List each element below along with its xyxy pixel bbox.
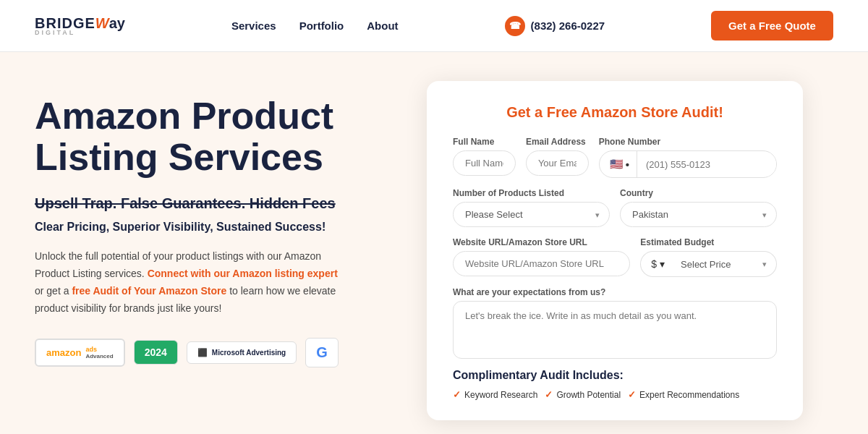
audit-item-2: ✓ Expert Recommendations	[628, 389, 739, 400]
hero-tagline: Clear Pricing, Superior Visibility, Sust…	[35, 221, 341, 234]
hero-section: Amazon Product Listing Services Upsell T…	[0, 52, 868, 434]
form-group-country: Country Pakistan United States United Ki…	[620, 188, 777, 227]
audit-item-1: ✓ Growth Potential	[545, 389, 621, 400]
fullname-label: Full Name	[453, 137, 516, 147]
phone-input-wrap: 🇺🇸 •	[599, 150, 777, 178]
logo: BRIDGE Way DIGITAL	[35, 15, 125, 36]
badge-google: G	[305, 338, 339, 367]
check-icon-0: ✓	[453, 389, 461, 400]
badge-2024: 2024	[134, 340, 178, 365]
products-select-wrap: Please Select 1-10 11-50 51-200 200+ ▾	[453, 202, 610, 227]
badge-amazon-sub: Advanced	[85, 353, 113, 359]
badge-amazon-ads: amazon ads Advanced	[35, 339, 125, 367]
badge-amazon-label: ads	[85, 346, 113, 353]
phone-label: Phone Number	[599, 137, 777, 147]
form-row-1: Full Name Email Address Phone Number 🇺🇸 …	[453, 137, 777, 178]
form-row-2: Number of Products Listed Please Select …	[453, 188, 777, 227]
phone-flag: 🇺🇸 •	[600, 151, 637, 177]
audit-label-1: Growth Potential	[556, 390, 621, 400]
form-group-fullname: Full Name	[453, 137, 516, 178]
products-select[interactable]: Please Select 1-10 11-50 51-200 200+	[453, 202, 610, 227]
country-select-wrap: Pakistan United States United Kingdom In…	[620, 202, 777, 227]
badge-amazon-logo: amazon	[46, 347, 81, 358]
nav-services[interactable]: Services	[231, 20, 276, 32]
badge-ms-label: Microsoft Advertising	[212, 349, 286, 357]
form-group-products: Number of Products Listed Please Select …	[453, 188, 610, 227]
budget-prefix: $ ▾	[640, 251, 672, 277]
badge-microsoft: ⬛ Microsoft Advertising	[187, 341, 297, 364]
badge-ms-icon: ⬛	[197, 348, 208, 357]
navbar: BRIDGE Way DIGITAL Services Portfolio Ab…	[0, 0, 868, 52]
nav-phone-number: (832) 266-0227	[531, 20, 605, 32]
check-icon-2: ✓	[628, 389, 636, 400]
audit-item-0: ✓ Keyword Research	[453, 389, 537, 400]
textarea-group: What are your expectations from us?	[453, 287, 777, 359]
nav-links: Services Portfolio About	[231, 20, 399, 32]
audit-label-2: Expert Recommendations	[639, 390, 739, 400]
audit-section: Complimentary Audit Includes: ✓ Keyword …	[453, 369, 777, 400]
budget-select[interactable]: Select Price $500 - $1,000 $1,000 - $5,0…	[672, 251, 777, 277]
products-label: Number of Products Listed	[453, 188, 610, 198]
fullname-input[interactable]	[453, 150, 516, 176]
hero-link1[interactable]: Connect with our Amazon listing expert	[148, 268, 338, 279]
logo-digital: DIGITAL	[35, 29, 125, 36]
hero-title: Amazon Product Listing Services	[35, 95, 341, 178]
website-label: Website URL/Amazon Store URL	[453, 237, 630, 247]
country-select[interactable]: Pakistan United States United Kingdom In…	[620, 202, 777, 227]
country-label: Country	[620, 188, 777, 198]
check-icon-1: ✓	[545, 389, 553, 400]
flag-emoji: 🇺🇸	[610, 158, 624, 171]
nav-phone-block: ☎ (832) 266-0227	[505, 16, 605, 36]
hero-left: Amazon Product Listing Services Upsell T…	[0, 52, 376, 434]
hero-badges: amazon ads Advanced 2024 ⬛ Microsoft Adv…	[35, 338, 341, 367]
hero-body-text2: or get a	[35, 285, 72, 297]
phone-number-input[interactable]	[637, 153, 776, 176]
website-input[interactable]	[453, 251, 630, 276]
form-row-3: Website URL/Amazon Store URL Estimated B…	[453, 237, 777, 277]
get-quote-button[interactable]: Get a Free Quote	[711, 11, 833, 41]
phone-icon: ☎	[505, 16, 525, 36]
form-group-email: Email Address	[526, 137, 589, 178]
email-input[interactable]	[526, 150, 589, 176]
hero-strikethrough: Upsell Trap. False Guarantees. Hidden Fe…	[35, 195, 341, 212]
expectations-label: What are your expectations from us?	[453, 287, 777, 297]
audit-items: ✓ Keyword Research ✓ Growth Potential ✓ …	[453, 389, 777, 400]
hero-body: Unlock the full potential of your produc…	[35, 248, 341, 317]
hero-link2[interactable]: free Audit of Your Amazon Store	[72, 285, 226, 297]
expectations-textarea[interactable]	[453, 301, 777, 359]
nav-portfolio[interactable]: Portfolio	[299, 20, 344, 32]
email-label: Email Address	[526, 137, 589, 147]
audit-title: Complimentary Audit Includes:	[453, 369, 777, 382]
form-title: Get a Free Amazon Store Audit!	[453, 104, 777, 121]
phone-dot: •	[626, 158, 629, 171]
budget-wrap: $ ▾ Select Price $500 - $1,000 $1,000 - …	[640, 251, 777, 277]
form-card: Get a Free Amazon Store Audit! Full Name…	[427, 81, 803, 420]
budget-prefix-arrow: ▾	[660, 258, 665, 270]
currency-symbol: $	[651, 258, 657, 270]
budget-label: Estimated Budget	[640, 237, 777, 247]
nav-about[interactable]: About	[367, 20, 398, 32]
hero-right: Get a Free Amazon Store Audit! Full Name…	[376, 52, 868, 434]
form-group-budget: Estimated Budget $ ▾ Select Price $500 -…	[640, 237, 777, 277]
form-group-website: Website URL/Amazon Store URL	[453, 237, 630, 277]
form-group-phone: Phone Number 🇺🇸 •	[599, 137, 777, 178]
audit-label-0: Keyword Research	[464, 390, 537, 400]
